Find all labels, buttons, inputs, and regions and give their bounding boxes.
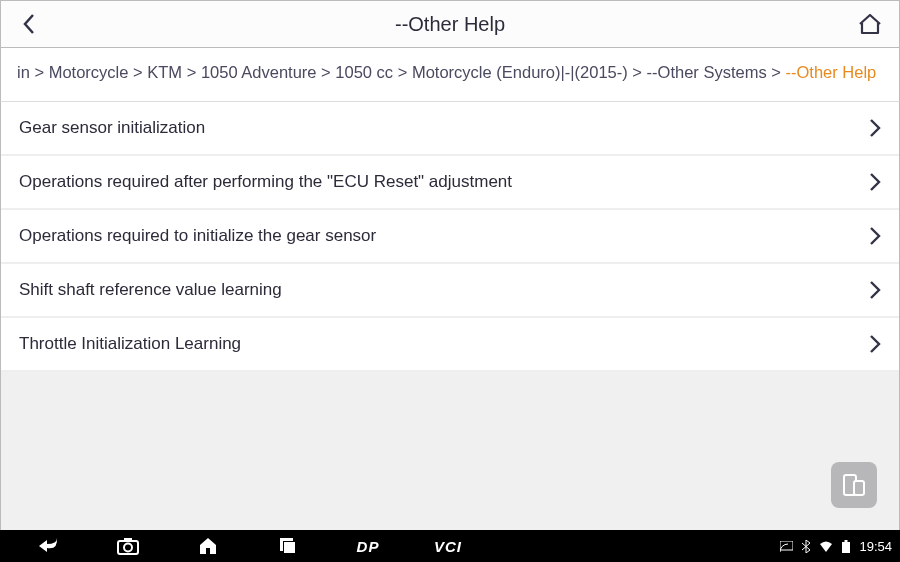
nav-home-button[interactable] [168, 530, 248, 562]
list-item-label: Shift shaft reference value learning [19, 280, 282, 300]
home-icon [857, 12, 883, 36]
camera-icon [117, 537, 139, 555]
breadcrumb-current: --Other Help [785, 63, 876, 81]
system-nav-bar: DP VCI 19:54 [0, 530, 900, 562]
svg-rect-4 [124, 538, 132, 542]
back-button[interactable] [15, 10, 43, 38]
chevron-right-icon [869, 226, 881, 246]
wifi-icon [819, 539, 833, 553]
chevron-right-icon [869, 334, 881, 354]
list-item-label: Gear sensor initialization [19, 118, 205, 138]
menu-list: Gear sensor initialization Operations re… [0, 102, 900, 530]
chevron-right-icon [869, 118, 881, 138]
list-item[interactable]: Operations required after performing the… [1, 156, 899, 210]
bluetooth-icon [799, 539, 813, 553]
list-item[interactable]: Operations required to initialize the ge… [1, 210, 899, 264]
list-item-label: Throttle Initialization Learning [19, 334, 241, 354]
list-item-label: Operations required to initialize the ge… [19, 226, 376, 246]
chevron-right-icon [869, 172, 881, 192]
dp-label: DP [357, 538, 380, 555]
cast-icon [779, 539, 793, 553]
list-item[interactable]: Throttle Initialization Learning [1, 318, 899, 372]
breadcrumb: in > Motorcycle > KTM > 1050 Adventure >… [0, 48, 900, 102]
chevron-right-icon [869, 280, 881, 300]
list-item-label: Operations required after performing the… [19, 172, 512, 192]
breadcrumb-item[interactable]: 1050 cc [335, 63, 393, 81]
list-item[interactable]: Shift shaft reference value learning [1, 264, 899, 318]
breadcrumb-item[interactable]: 1050 Adventure [201, 63, 317, 81]
recent-apps-icon [279, 537, 297, 555]
breadcrumb-item[interactable]: in [17, 63, 30, 81]
svg-rect-8 [780, 541, 793, 550]
app-header: --Other Help [0, 0, 900, 48]
breadcrumb-item[interactable]: --Other Systems [647, 63, 767, 81]
split-screen-icon [841, 472, 867, 498]
svg-point-3 [124, 544, 132, 552]
nav-dp-button[interactable]: DP [328, 530, 408, 562]
nav-back-button[interactable] [8, 530, 88, 562]
clock: 19:54 [859, 539, 892, 554]
back-arrow-icon [37, 538, 59, 554]
nav-vci-button[interactable]: VCI [408, 530, 488, 562]
breadcrumb-item[interactable]: Motorcycle [49, 63, 129, 81]
page-title: --Other Help [1, 13, 899, 36]
float-action-button[interactable] [831, 462, 877, 508]
svg-rect-10 [845, 540, 848, 542]
breadcrumb-item[interactable]: Motorcycle (Enduro)|-|(2015-) [412, 63, 628, 81]
nav-camera-button[interactable] [88, 530, 168, 562]
svg-rect-1 [854, 481, 864, 495]
list-item[interactable]: Gear sensor initialization [1, 102, 899, 156]
svg-rect-9 [842, 542, 850, 553]
home-icon [198, 537, 218, 555]
svg-rect-7 [284, 542, 295, 553]
chevron-left-icon [21, 12, 37, 36]
nav-recent-button[interactable] [248, 530, 328, 562]
breadcrumb-item[interactable]: KTM [147, 63, 182, 81]
battery-icon [839, 539, 853, 553]
home-button[interactable] [855, 9, 885, 39]
vci-label: VCI [434, 538, 462, 555]
status-bar: 19:54 [779, 539, 892, 554]
